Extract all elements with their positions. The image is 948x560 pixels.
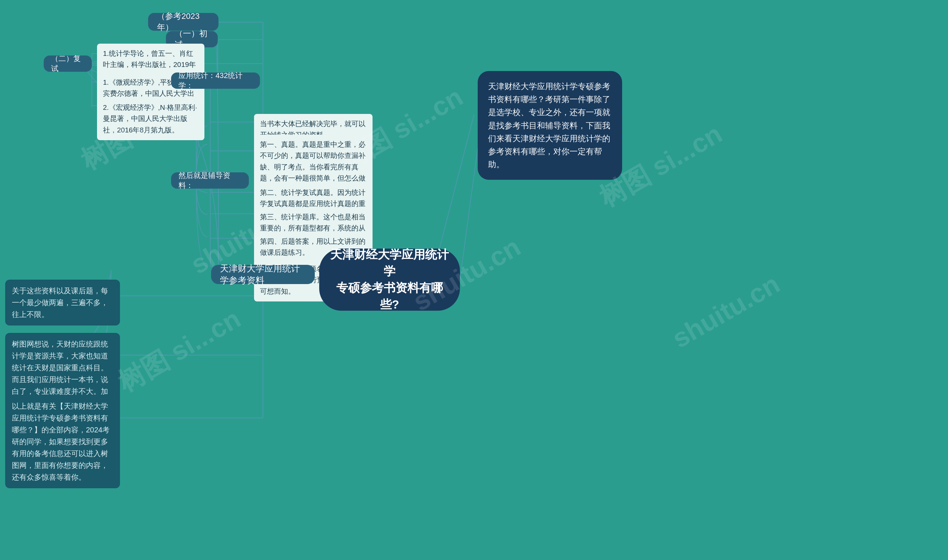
node-left-main-branch: 天津财大学应用统计学参考资料 xyxy=(211,265,315,284)
svg-line-28 xyxy=(460,148,478,280)
node-reexam: （二）复试 xyxy=(44,55,92,72)
node-supplementary-label: 然后就是辅导资料： xyxy=(171,172,249,189)
central-node: 天津财经大学应用统计学 专硕参考书资料有哪些? xyxy=(319,249,460,311)
watermark-7: shuitu.cn xyxy=(667,268,785,354)
node-applied-stat: 应用统计：432统计学： xyxy=(171,72,260,89)
left-bottom-text-3: 以上就是有关【天津财经大学应用统计学专硕参考书资料有哪些？】的全部内容，2024… xyxy=(5,395,120,488)
fuxi-book-3: 2.《宏观经济学》,N·格里高利·曼昆著，中国人民大学出版社，2016年8月第九… xyxy=(97,98,204,140)
watermark-3: 树图 si...cn xyxy=(111,301,247,400)
left-bottom-text-1: 关于这些资料以及课后题，每一个最少做两遍，三遍不多，往上不限。 xyxy=(5,280,120,326)
right-desc-node: 天津财经大学应用统计学专硕参考书资料有哪些？考研第一件事除了是选学校、专业之外，… xyxy=(478,71,622,180)
